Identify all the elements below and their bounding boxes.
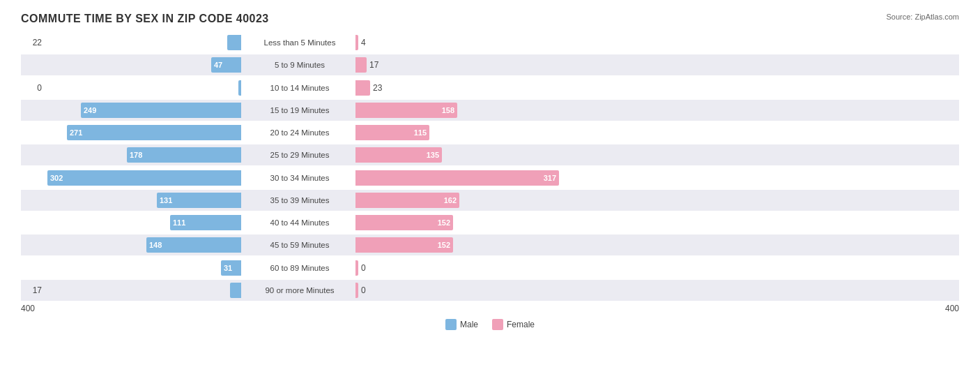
right-section: 115 xyxy=(355,125,579,140)
female-bar: 162 xyxy=(355,193,459,208)
right-section: 23 xyxy=(355,80,579,96)
female-value-inside: 152 xyxy=(435,218,450,227)
male-bar: 111 xyxy=(170,215,241,230)
left-section: 31 xyxy=(21,260,244,276)
male-value: 0 xyxy=(21,83,42,93)
male-bar-wrap xyxy=(45,35,241,50)
bar-category-label: 10 to 14 Minutes xyxy=(244,84,355,92)
male-value-inside: 131 xyxy=(160,196,172,204)
female-bar: 317 xyxy=(355,170,559,186)
male-bar: 271 xyxy=(67,125,241,140)
left-section: 302 xyxy=(21,170,244,186)
bar-row: 131 35 to 39 Minutes 162 xyxy=(21,190,959,211)
axis-labels: 400 400 xyxy=(21,304,959,313)
male-value-inside: 249 xyxy=(84,106,96,114)
male-value-inside: 271 xyxy=(70,128,82,137)
female-bar xyxy=(355,283,358,298)
bar-row: 178 25 to 29 Minutes 135 xyxy=(21,144,959,165)
left-section: 17 xyxy=(21,283,244,298)
male-bar-wrap: 148 xyxy=(21,237,241,253)
right-section: 152 xyxy=(355,215,579,230)
bar-category-label: 25 to 29 Minutes xyxy=(244,151,355,159)
female-value-inside: 158 xyxy=(439,106,454,114)
female-value: 0 xyxy=(361,263,382,273)
bar-category-label: 45 to 59 Minutes xyxy=(244,241,355,249)
female-value: 4 xyxy=(361,38,382,47)
right-section: 135 xyxy=(355,147,579,163)
bar-row: 148 45 to 59 Minutes 152 xyxy=(21,234,959,255)
right-section: 152 xyxy=(355,237,579,253)
bar-row: 17 90 or more Minutes 0 xyxy=(21,280,959,301)
chart-container: COMMUTE TIME BY SEX IN ZIP CODE 40023 So… xyxy=(0,0,980,365)
male-value-inside: 302 xyxy=(50,174,63,182)
bar-category-label: 30 to 34 Minutes xyxy=(244,174,355,182)
male-bar xyxy=(238,80,241,96)
male-value-inside: 148 xyxy=(149,241,162,249)
left-section: 178 xyxy=(21,147,244,163)
left-section: 148 xyxy=(21,237,244,253)
chart-area: 22 Less than 5 Minutes 4 47 xyxy=(21,32,959,301)
right-section: 17 xyxy=(355,57,579,73)
left-section: 271 xyxy=(21,125,244,140)
male-bar: 302 xyxy=(47,170,241,186)
male-swatch xyxy=(445,319,457,330)
bar-category-label: 5 to 9 Minutes xyxy=(244,61,355,69)
female-bar: 152 xyxy=(355,237,453,253)
male-bar-wrap xyxy=(45,283,241,298)
bar-category-label: 35 to 39 Minutes xyxy=(244,196,355,204)
male-label: Male xyxy=(460,320,478,329)
bar-category-label: 40 to 44 Minutes xyxy=(244,218,355,227)
left-section: 131 xyxy=(21,193,244,208)
legend-male: Male xyxy=(445,319,478,330)
male-bar: 47 xyxy=(211,57,241,73)
source-label: Source: ZipAtlas.com xyxy=(886,13,959,21)
axis-right: 400 xyxy=(945,304,959,313)
female-value-inside: 317 xyxy=(541,174,556,182)
left-section: 249 xyxy=(21,103,244,118)
male-value: 22 xyxy=(21,38,42,47)
male-bar-wrap: 31 xyxy=(21,260,241,276)
right-section: 158 xyxy=(355,103,579,118)
male-bar: 148 xyxy=(146,237,241,253)
male-bar xyxy=(230,283,241,298)
bar-row: 249 15 to 19 Minutes 158 xyxy=(21,100,959,121)
bar-row: 47 5 to 9 Minutes 17 xyxy=(21,54,959,75)
bar-row: 271 20 to 24 Minutes 115 xyxy=(21,122,959,143)
right-section: 0 xyxy=(355,283,579,298)
female-bar xyxy=(355,57,367,73)
left-section: 0 xyxy=(21,80,244,96)
male-bar: 178 xyxy=(127,147,241,163)
female-bar: 158 xyxy=(355,103,457,118)
male-bar-wrap: 111 xyxy=(21,215,241,230)
axis-left: 400 xyxy=(21,304,35,313)
male-value: 17 xyxy=(21,285,42,295)
bar-category-label: Less than 5 Minutes xyxy=(244,38,355,47)
male-value-inside: 47 xyxy=(214,61,222,69)
left-section: 47 xyxy=(21,57,244,73)
male-value-inside: 111 xyxy=(173,218,185,227)
female-value-inside: 135 xyxy=(424,151,439,159)
female-label: Female xyxy=(507,320,535,329)
bar-row: 302 30 to 34 Minutes 317 xyxy=(21,167,959,188)
female-value: 17 xyxy=(369,60,390,70)
bar-row: 111 40 to 44 Minutes 152 xyxy=(21,212,959,233)
male-bar: 131 xyxy=(157,193,241,208)
male-bar-wrap: 271 xyxy=(21,125,241,140)
female-bar xyxy=(355,80,370,96)
bar-row: 22 Less than 5 Minutes 4 xyxy=(21,32,959,53)
male-bar-wrap xyxy=(45,80,241,96)
female-value-inside: 162 xyxy=(441,196,457,204)
male-bar-wrap: 249 xyxy=(21,103,241,118)
left-section: 111 xyxy=(21,215,244,230)
right-section: 317 xyxy=(355,170,579,186)
male-value-inside: 178 xyxy=(130,151,142,159)
female-value: 0 xyxy=(361,285,382,295)
bar-category-label: 15 to 19 Minutes xyxy=(244,106,355,114)
female-swatch xyxy=(492,319,503,330)
legend-female: Female xyxy=(492,319,535,330)
bar-row: 31 60 to 89 Minutes 0 xyxy=(21,258,959,278)
left-section: 22 xyxy=(21,35,244,50)
bar-category-label: 90 or more Minutes xyxy=(244,286,355,295)
male-value-inside: 31 xyxy=(224,264,232,272)
male-bar xyxy=(227,35,241,50)
